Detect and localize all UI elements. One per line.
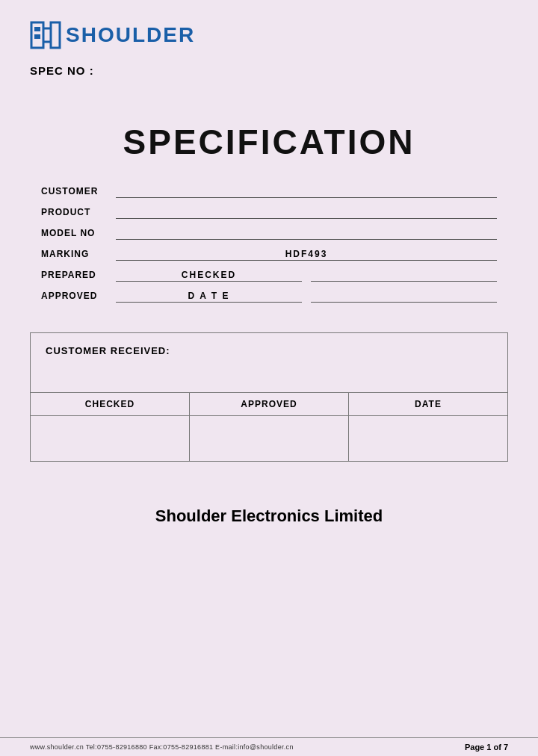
box-section: CUSTOMER RECEIVED: CHECKED APPROVED DATE [30, 332, 508, 462]
footer-contact: www.shoulder.cn Tel:0755-82916880 Fax:07… [30, 743, 294, 751]
col-date-header: DATE [349, 393, 507, 415]
customer-received-row: CUSTOMER RECEIVED: [31, 333, 507, 393]
svg-rect-5 [51, 22, 60, 48]
prepared-label: PREPARED [41, 270, 116, 282]
model-no-value-line [116, 226, 497, 240]
marking-label: MARKING [41, 249, 116, 261]
marking-line: HDF493 [116, 247, 497, 261]
company-name: Shoulder Electronics Limited [0, 484, 538, 537]
table-data-row [31, 416, 507, 461]
approved-row: APPROVED D A T E [41, 289, 497, 303]
svg-rect-1 [34, 27, 40, 31]
customer-line [116, 185, 497, 198]
prepared-value: CHECKED [182, 270, 236, 281]
customer-row: CUSTOMER [41, 185, 497, 198]
logo-text: SHOULDER [66, 23, 195, 47]
date-data-cell [349, 416, 507, 461]
table-header-row: CHECKED APPROVED DATE [31, 393, 507, 416]
approved-label: APPROVED [41, 291, 116, 303]
logo-icon [30, 21, 61, 49]
page: SHOULDER SPEC NO : SPECIFICATION CUSTOME… [0, 0, 538, 756]
title-section: SPECIFICATION [0, 84, 538, 185]
prepared-second-line [311, 268, 497, 282]
product-line [116, 205, 497, 219]
product-label: PRODUCT [41, 207, 116, 219]
product-row: PRODUCT [41, 205, 497, 219]
customer-label: CUSTOMER [41, 186, 116, 198]
main-title: SPECIFICATION [30, 122, 508, 162]
customer-value-line [116, 185, 497, 198]
checked-data-cell [31, 416, 190, 461]
marking-value-line: HDF493 [116, 247, 497, 261]
prepared-value-line: CHECKED [116, 268, 302, 282]
spec-no-label: SPEC NO : [30, 64, 508, 77]
customer-received-label: CUSTOMER RECEIVED: [46, 345, 170, 356]
header: SHOULDER SPEC NO : [0, 0, 538, 84]
approved-value-line: D A T E [116, 289, 302, 303]
product-value-line [116, 205, 497, 219]
approved-fields: D A T E [116, 289, 497, 303]
model-no-line [116, 226, 497, 240]
prepared-fields: CHECKED [116, 268, 497, 282]
col-approved-header: APPROVED [190, 393, 349, 415]
footer-page: Page 1 of 7 [465, 743, 508, 752]
approved-data-cell [190, 416, 349, 461]
marking-row: MARKING HDF493 [41, 247, 497, 261]
svg-rect-2 [34, 34, 40, 39]
approved-second-line [311, 289, 497, 303]
info-section: CUSTOMER PRODUCT MODEL NO MARKING HDF49 [0, 185, 538, 310]
approved-value: D A T E [188, 291, 230, 302]
model-no-label: MODEL NO [41, 228, 116, 240]
col-checked-header: CHECKED [31, 393, 190, 415]
model-no-row: MODEL NO [41, 226, 497, 240]
prepared-row: PREPARED CHECKED [41, 268, 497, 282]
marking-value: HDF493 [285, 249, 328, 260]
logo-area: SHOULDER [30, 21, 508, 49]
footer: www.shoulder.cn Tel:0755-82916880 Fax:07… [0, 737, 538, 756]
